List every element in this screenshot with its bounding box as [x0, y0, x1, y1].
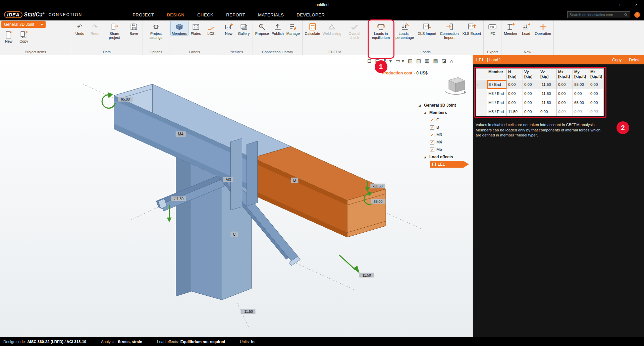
- member-cell[interactable]: B / End: [487, 80, 507, 89]
- value-cell[interactable]: 0.00: [557, 89, 573, 98]
- expander-icon[interactable]: [419, 104, 422, 107]
- value-cell[interactable]: 0.00: [523, 80, 539, 89]
- xls-export-button[interactable]: XLS XLS Export: [462, 21, 482, 36]
- value-cell[interactable]: 0.00: [589, 80, 604, 89]
- value-cell[interactable]: 0.00: [589, 89, 604, 98]
- minimize-icon[interactable]: —: [598, 0, 613, 9]
- xls-import-button[interactable]: XLS XLS Import: [417, 21, 437, 36]
- checkbox-checked-icon[interactable]: [430, 148, 434, 152]
- view-front-icon[interactable]: ▨: [416, 58, 421, 64]
- value-cell[interactable]: -11.50: [539, 98, 557, 107]
- tab-project[interactable]: PROJECT: [132, 12, 154, 17]
- value-cell[interactable]: 0.00: [507, 98, 523, 107]
- delete-load-button[interactable]: Delete: [629, 58, 641, 62]
- checkbox-checked-icon[interactable]: [430, 125, 434, 130]
- label-m3[interactable]: M3: [223, 177, 233, 182]
- overall-check-button[interactable]: Overall check: [343, 21, 366, 40]
- tree-load-effect-le1[interactable]: LE1: [419, 161, 473, 168]
- maximize-icon[interactable]: □: [613, 0, 629, 9]
- label-b[interactable]: B: [291, 178, 298, 183]
- value-cell[interactable]: 85.00: [573, 80, 589, 89]
- new-member-button[interactable]: Member: [503, 21, 518, 36]
- value-cell[interactable]: 0.00: [557, 80, 573, 89]
- joint-type-dropdown[interactable]: General 3D Joint ▾: [1, 21, 46, 28]
- row-cursor[interactable]: ›: [476, 80, 487, 89]
- tree-load-effects[interactable]: Load effects: [419, 153, 473, 161]
- propose-button[interactable]: Propose: [254, 21, 270, 36]
- tree-member-b[interactable]: B: [419, 124, 473, 131]
- tree-member-m4[interactable]: M4: [419, 138, 473, 146]
- value-cell[interactable]: 11.50: [507, 107, 523, 116]
- save-button[interactable]: Save: [126, 21, 141, 36]
- expander-icon[interactable]: [424, 156, 427, 159]
- tree-member-c[interactable]: C: [419, 116, 473, 124]
- value-cell[interactable]: 0.00: [589, 98, 604, 107]
- row-selector[interactable]: [476, 107, 487, 116]
- search-box[interactable]: [567, 11, 630, 18]
- share-project-button[interactable]: Share project: [103, 21, 126, 40]
- row-selector[interactable]: [476, 98, 487, 107]
- tree-member-m3[interactable]: M3: [419, 131, 473, 138]
- value-cell[interactable]: 0.00: [573, 89, 589, 98]
- new-operation-button[interactable]: Operation: [534, 21, 552, 36]
- loads-in-equilibrium-button[interactable]: Loads in equilibrium 1: [369, 21, 393, 40]
- labels-lcs-button[interactable]: LCS: [204, 21, 218, 36]
- manage-button[interactable]: Manage: [285, 21, 301, 36]
- weld-sizing-button[interactable]: Weld sizing: [321, 21, 342, 36]
- view-side-icon[interactable]: ▩: [433, 58, 438, 64]
- tab-report[interactable]: REPORT: [226, 12, 245, 17]
- value-cell[interactable]: 0.00: [523, 89, 539, 98]
- ifc-export-button[interactable]: IFC IFC: [485, 21, 500, 36]
- member-b[interactable]: [252, 147, 386, 237]
- tab-check[interactable]: CHECK: [197, 12, 213, 17]
- label-m4[interactable]: M4: [176, 131, 186, 137]
- loads-percentage-button[interactable]: Loads - percentage: [393, 21, 417, 40]
- checkbox-checked-icon[interactable]: [430, 133, 434, 137]
- tab-materials[interactable]: MATERIALS: [258, 12, 284, 17]
- value-cell[interactable]: 0.00: [507, 80, 523, 89]
- measure-icon[interactable]: ⊟: [367, 58, 372, 64]
- new-project-item-button[interactable]: New: [1, 29, 16, 43]
- member-cell[interactable]: M4 / End: [487, 98, 507, 107]
- value-cell[interactable]: 0.00: [539, 107, 557, 116]
- view-top-icon[interactable]: ▦: [425, 58, 429, 64]
- checkbox-checked-icon[interactable]: [430, 118, 434, 122]
- label-c[interactable]: C: [230, 232, 238, 237]
- new-load-button[interactable]: Load: [519, 21, 534, 36]
- copy-project-item-button[interactable]: Copy: [16, 29, 31, 43]
- window-select-icon[interactable]: ▭ ▾: [395, 58, 404, 64]
- view-solid-icon[interactable]: ◪: [442, 58, 446, 64]
- labels-members-button[interactable]: Members: [171, 21, 188, 36]
- new-picture-button[interactable]: New: [221, 21, 236, 36]
- redo-button[interactable]: ↷ Redo: [88, 21, 102, 36]
- connection-import-button[interactable]: Connection Import: [438, 21, 461, 40]
- navigation-cube[interactable]: [441, 75, 469, 97]
- value-cell[interactable]: -11.50: [539, 89, 557, 98]
- labels-plates-button[interactable]: Plates: [189, 21, 203, 36]
- tree-member-m5[interactable]: M5: [419, 146, 473, 153]
- tab-developer[interactable]: DEVELOPER: [297, 12, 325, 17]
- tree-root[interactable]: General 3D Joint: [419, 102, 473, 109]
- value-cell[interactable]: -11.50: [539, 80, 557, 89]
- expander-icon[interactable]: [424, 111, 427, 114]
- checkbox-checked-icon[interactable]: [430, 140, 434, 145]
- home-view-icon[interactable]: ⌂: [450, 58, 453, 64]
- tree-members[interactable]: Members: [419, 109, 473, 116]
- row-selector[interactable]: [476, 89, 487, 98]
- notification-icon[interactable]: !: [634, 12, 640, 18]
- project-settings-button[interactable]: Project settings: [144, 21, 168, 40]
- value-cell[interactable]: 0.00: [507, 89, 523, 98]
- copy-load-button[interactable]: Copy: [612, 58, 622, 62]
- view-axonometry-icon[interactable]: ▧: [408, 58, 413, 64]
- value-cell[interactable]: 0.00: [523, 98, 539, 107]
- value-cell[interactable]: 0.00: [557, 98, 573, 107]
- calculate-button[interactable]: Calculate: [304, 21, 321, 36]
- close-icon[interactable]: ×: [629, 0, 644, 9]
- undo-button[interactable]: ↶ Undo: [72, 21, 87, 36]
- member-cell[interactable]: M5 / End: [487, 107, 507, 116]
- member-cell[interactable]: M3 / End: [487, 89, 507, 98]
- search-input[interactable]: [570, 13, 623, 17]
- publish-button[interactable]: Publish: [270, 21, 285, 36]
- tab-design[interactable]: DESIGN: [167, 12, 184, 17]
- gallery-button[interactable]: Gallery: [236, 21, 251, 36]
